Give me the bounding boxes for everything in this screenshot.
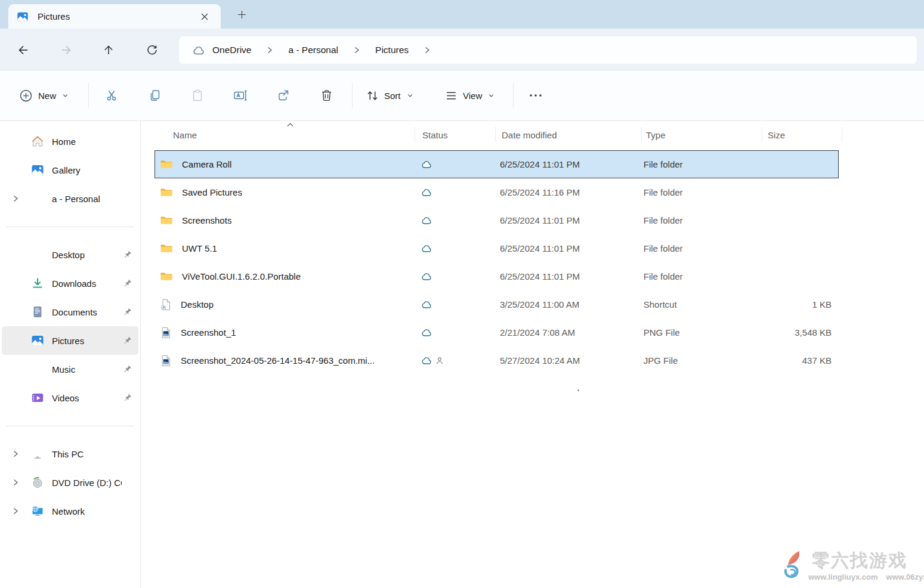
sidebar-item-pictures[interactable]: Pictures bbox=[2, 326, 138, 355]
file-name-cell: Saved Pictures bbox=[154, 178, 414, 206]
file-name-cell: Camera Roll bbox=[154, 150, 414, 178]
file-type: PNG File bbox=[639, 318, 759, 346]
pin-icon bbox=[123, 336, 132, 345]
file-type: File folder bbox=[639, 206, 759, 234]
address-bar[interactable]: OneDrivea - PersonalPictures bbox=[179, 36, 917, 64]
file-name: Screenshot_2024-05-26-14-15-47-963_com.m… bbox=[181, 355, 375, 366]
file-type: Shortcut bbox=[639, 290, 759, 318]
tab-pictures[interactable]: Pictures bbox=[8, 4, 221, 29]
sidebar-item-chevron[interactable] bbox=[9, 450, 22, 458]
breadcrumb-item-a-personal[interactable]: a - Personal bbox=[288, 45, 338, 55]
column-header-label: Date modified bbox=[502, 130, 557, 140]
file-type: File folder bbox=[639, 234, 759, 262]
sidebar-item-chevron[interactable] bbox=[9, 194, 22, 203]
cloud-status-icon bbox=[421, 272, 432, 281]
sidebar-item-downloads[interactable]: Downloads bbox=[2, 269, 138, 298]
file-size: 437 KB bbox=[759, 346, 839, 375]
refresh-button[interactable] bbox=[141, 39, 163, 61]
copy-button[interactable] bbox=[141, 82, 168, 109]
breadcrumb-chevron-icon[interactable] bbox=[423, 46, 431, 54]
folder-icon bbox=[160, 243, 173, 255]
file-row-screenshots[interactable]: Screenshots 6/25/2024 11:01 PM File fold… bbox=[154, 206, 839, 234]
sidebar-item-dvd-drive-d-ccc[interactable]: DVD Drive (D:) CCC bbox=[2, 468, 138, 497]
sidebar-item-music[interactable]: Music bbox=[2, 355, 138, 383]
share-button[interactable] bbox=[270, 82, 296, 109]
forward-button[interactable] bbox=[55, 39, 77, 61]
file-date-modified: 6/25/2024 11:01 PM bbox=[494, 262, 639, 290]
file-row-vivetool-gui-1-6-2-0-portable[interactable]: ViVeTool.GUI.1.6.2.0.Portable 6/25/2024 … bbox=[154, 262, 839, 290]
sidebar-item-videos[interactable]: Videos bbox=[2, 383, 138, 412]
watermark-url-right: www.06zyx.com bbox=[886, 572, 924, 581]
sort-button[interactable]: Sort bbox=[360, 82, 420, 109]
folder-icon bbox=[160, 187, 173, 199]
tab-close-button[interactable] bbox=[197, 9, 212, 24]
column-header-name[interactable]: Name bbox=[154, 121, 415, 148]
sidebar-item-documents[interactable]: Documents bbox=[2, 298, 138, 326]
sidebar-item-icon bbox=[30, 248, 45, 261]
new-tab-button[interactable] bbox=[233, 7, 250, 22]
file-type-icon bbox=[160, 187, 173, 199]
file-row-uwt-5-1[interactable]: UWT 5.1 6/25/2024 11:01 PM File folder bbox=[154, 234, 839, 262]
chevron-down-icon bbox=[406, 92, 414, 100]
rename-icon bbox=[233, 89, 248, 102]
sidebar-item-label: Gallery bbox=[52, 165, 122, 175]
delete-button[interactable] bbox=[313, 82, 339, 109]
paste-icon bbox=[191, 89, 204, 102]
sidebar-item-label: Music bbox=[52, 364, 122, 375]
file-row-desktop[interactable]: Desktop 3/25/2024 11:00 AM Shortcut 1 KB bbox=[154, 290, 839, 318]
file-date-modified: 5/27/2024 10:24 AM bbox=[494, 346, 639, 375]
column-header-size[interactable]: Size bbox=[762, 121, 842, 148]
file-row-screenshot-1[interactable]: Screenshot_1 2/21/2024 7:08 AM PNG File … bbox=[154, 318, 839, 346]
file-row-saved-pictures[interactable]: Saved Pictures 6/25/2024 11:16 PM File f… bbox=[154, 178, 839, 206]
sidebar-item-label: Documents bbox=[52, 307, 122, 317]
watermark: 零六找游戏 www.lingliuyx.comwww.06zyx.com bbox=[777, 549, 922, 586]
more-options-button[interactable] bbox=[523, 82, 549, 109]
sidebar-item-gallery[interactable]: Gallery bbox=[2, 156, 138, 184]
column-header-date[interactable]: Date modified bbox=[496, 121, 642, 148]
sidebar-item-desktop[interactable]: Desktop bbox=[2, 240, 138, 269]
file-status-cell bbox=[414, 318, 494, 346]
file-row-camera-roll[interactable]: Camera Roll 6/25/2024 11:01 PM File fold… bbox=[154, 150, 839, 178]
sidebar-item-network[interactable]: Network bbox=[2, 497, 138, 525]
breadcrumb-item-pictures[interactable]: Pictures bbox=[375, 45, 409, 55]
sidebar-item-label: Network bbox=[52, 506, 122, 516]
chevron-right-icon bbox=[423, 46, 431, 54]
chevron-right-icon bbox=[353, 46, 361, 54]
breadcrumb-item-onedrive[interactable]: OneDrive bbox=[212, 45, 251, 55]
cloud-status-icon bbox=[421, 328, 432, 337]
ellipsis-icon bbox=[529, 93, 543, 98]
file-name-cell: ViVeTool.GUI.1.6.2.0.Portable bbox=[154, 262, 414, 290]
sidebar-item-a-personal[interactable]: a - Personal bbox=[2, 184, 138, 213]
file-row-screenshot-2024-05-26-14-15-47-963-com-m[interactable]: Screenshot_2024-05-26-14-15-47-963_com.m… bbox=[154, 346, 839, 375]
file-size bbox=[759, 206, 839, 234]
view-button[interactable]: View bbox=[439, 82, 501, 109]
sidebar-item-this-pc[interactable]: This PC bbox=[2, 440, 138, 468]
sidebar-item-home[interactable]: Home bbox=[2, 127, 138, 156]
file-name: ViVeTool.GUI.1.6.2.0.Portable bbox=[182, 271, 301, 281]
chevron-down-icon bbox=[61, 92, 69, 100]
file-status-cell bbox=[414, 150, 494, 178]
chevron-right-icon bbox=[265, 46, 274, 54]
file-status-cell bbox=[414, 234, 494, 262]
sidebar-item-chevron[interactable] bbox=[9, 478, 22, 487]
new-plus-circle-icon bbox=[19, 89, 33, 103]
back-button[interactable] bbox=[13, 39, 34, 61]
up-button[interactable] bbox=[98, 39, 119, 61]
command-toolbar: New Sort View bbox=[0, 70, 924, 121]
file-type-icon bbox=[160, 299, 172, 311]
breadcrumb-chevron-icon[interactable] bbox=[353, 46, 361, 54]
breadcrumb-chevron-icon[interactable] bbox=[265, 46, 274, 54]
paste-button[interactable] bbox=[184, 82, 211, 109]
close-icon bbox=[201, 13, 208, 20]
dvd-drive-icon bbox=[31, 476, 44, 489]
column-header-type[interactable]: Type bbox=[642, 121, 762, 148]
new-button[interactable]: New bbox=[13, 82, 75, 109]
column-header-status[interactable]: Status bbox=[415, 121, 496, 148]
file-size: 1 KB bbox=[759, 290, 839, 318]
cut-button[interactable] bbox=[98, 82, 125, 109]
pin-icon bbox=[123, 278, 132, 288]
rename-button[interactable] bbox=[227, 82, 254, 109]
sidebar-item-chevron[interactable] bbox=[9, 507, 22, 515]
share-icon bbox=[277, 89, 290, 102]
file-name-cell: Desktop bbox=[154, 290, 414, 318]
